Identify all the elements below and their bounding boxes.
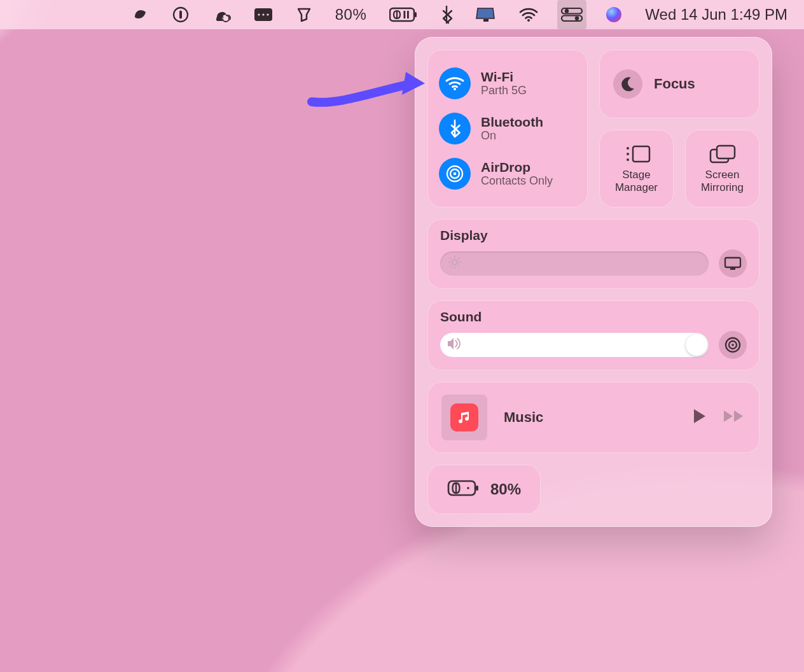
svg-rect-27 <box>717 146 735 158</box>
svg-point-5 <box>262 13 264 15</box>
svg-point-6 <box>267 13 268 15</box>
focus-button[interactable]: Focus <box>599 50 759 118</box>
menubar-datetime[interactable]: Wed 14 Jun 1:49 PM <box>641 0 791 29</box>
svg-rect-22 <box>633 146 649 162</box>
svg-rect-13 <box>562 8 582 14</box>
music-title: Music <box>504 409 676 426</box>
menubar-display-icon[interactable] <box>472 0 500 29</box>
display-options-button[interactable] <box>719 249 747 277</box>
brightness-slider[interactable] <box>440 251 709 276</box>
screen-mirroring-label: Screen Mirroring <box>688 169 757 193</box>
menubar-bluetooth-icon[interactable] <box>436 0 457 29</box>
menubar-wifi-icon[interactable] <box>515 0 542 29</box>
menubar-1password-icon[interactable] <box>169 0 193 29</box>
svg-point-23 <box>627 147 629 150</box>
svg-point-18 <box>454 88 456 90</box>
sound-output-button[interactable] <box>719 331 747 359</box>
svg-line-36 <box>450 265 452 267</box>
svg-rect-37 <box>725 258 740 267</box>
menubar-siri-icon[interactable] <box>602 0 626 29</box>
focus-label: Focus <box>654 76 695 92</box>
svg-rect-8 <box>415 12 417 17</box>
now-playing-card[interactable]: Music <box>427 382 759 453</box>
battery-percent-text: 80% <box>490 480 521 498</box>
wifi-toggle[interactable]: Wi-Fi Parth 5G <box>439 67 576 99</box>
sound-card: Sound <box>427 300 759 370</box>
airdrop-icon <box>439 158 471 190</box>
svg-point-17 <box>606 7 621 22</box>
volume-slider[interactable] <box>440 333 709 357</box>
svg-line-33 <box>450 258 452 259</box>
menubar-downloads-icon[interactable] <box>292 0 316 29</box>
svg-rect-1 <box>179 11 182 19</box>
connectivity-card: Wi-Fi Parth 5G Bluetooth On AirDrop <box>427 50 588 207</box>
svg-rect-10 <box>407 11 409 18</box>
battery-card[interactable]: 80% <box>427 465 541 514</box>
svg-point-44 <box>467 487 469 489</box>
svg-point-14 <box>565 9 569 13</box>
control-center-panel: Wi-Fi Parth 5G Bluetooth On AirDrop <box>415 37 772 527</box>
stage-manager-icon <box>622 143 651 165</box>
svg-point-21 <box>454 172 457 175</box>
volume-icon <box>447 337 463 353</box>
sound-title: Sound <box>440 309 747 325</box>
music-play-button[interactable] <box>692 408 707 427</box>
svg-point-24 <box>627 153 629 155</box>
svg-point-4 <box>258 13 260 15</box>
svg-point-28 <box>452 260 457 265</box>
airdrop-toggle[interactable]: AirDrop Contacts Only <box>439 158 576 190</box>
airdrop-subtitle: Contacts Only <box>481 174 553 188</box>
bluetooth-icon <box>439 113 471 144</box>
display-title: Display <box>440 228 747 243</box>
menubar: 80% Wed 14 Jun 1:49 PM <box>0 0 804 29</box>
svg-rect-43 <box>476 486 478 491</box>
wifi-title: Wi-Fi <box>481 69 527 84</box>
airdrop-title: AirDrop <box>481 160 553 174</box>
wifi-subtitle: Parth 5G <box>481 84 527 97</box>
bluetooth-toggle[interactable]: Bluetooth On <box>439 113 576 144</box>
music-next-button[interactable] <box>723 409 745 426</box>
svg-rect-11 <box>483 19 489 22</box>
bluetooth-subtitle: On <box>481 129 543 143</box>
svg-point-41 <box>731 344 734 346</box>
svg-point-12 <box>527 19 530 22</box>
svg-line-34 <box>458 265 459 267</box>
battery-charging-icon <box>447 479 480 500</box>
brightness-low-icon <box>448 255 462 272</box>
bluetooth-title: Bluetooth <box>481 115 543 129</box>
screen-mirroring-button[interactable]: Screen Mirroring <box>685 130 759 207</box>
menubar-battery-percent-text: 80% <box>331 0 371 29</box>
svg-rect-15 <box>562 16 582 22</box>
menubar-battery-charging-icon[interactable] <box>385 0 421 29</box>
svg-rect-9 <box>404 11 406 18</box>
menubar-input-icon[interactable] <box>250 0 277 29</box>
svg-point-16 <box>575 17 579 20</box>
screen-mirroring-icon <box>709 143 737 165</box>
svg-rect-38 <box>730 268 735 270</box>
svg-point-25 <box>627 158 629 161</box>
stage-manager-label: Stage Manager <box>602 169 671 193</box>
display-card: Display <box>427 219 759 289</box>
svg-line-35 <box>458 258 459 259</box>
menubar-sync-icon[interactable] <box>208 0 235 29</box>
menubar-control-center-icon[interactable] <box>557 0 586 29</box>
music-app-icon <box>441 395 487 440</box>
wifi-icon <box>439 67 471 99</box>
moon-icon <box>613 69 642 99</box>
menubar-expressvpn-icon[interactable] <box>127 0 153 29</box>
stage-manager-button[interactable]: Stage Manager <box>599 130 674 207</box>
